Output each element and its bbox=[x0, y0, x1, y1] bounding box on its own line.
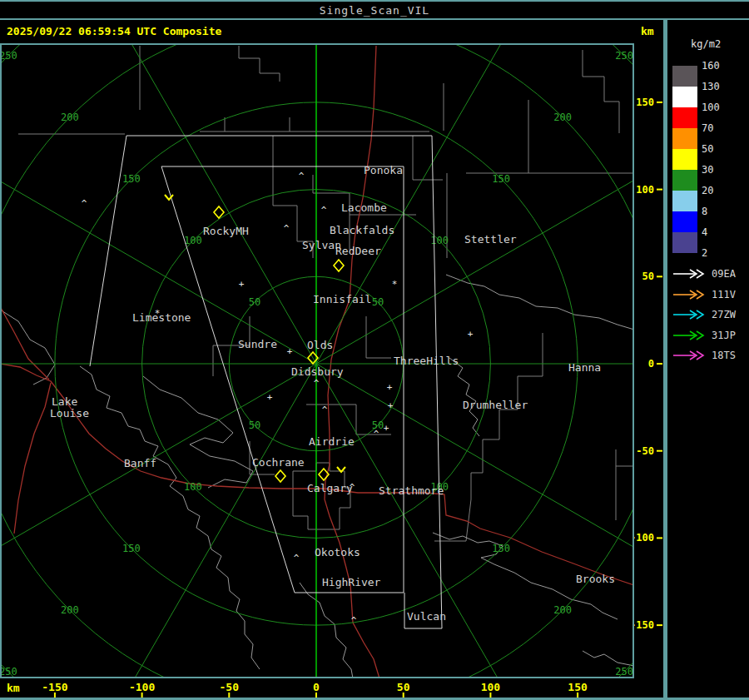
town-marker-icon: + bbox=[468, 329, 474, 340]
range-ring-label: 100 bbox=[184, 481, 202, 493]
legend-value-label: 2 bbox=[702, 247, 707, 259]
range-ring-label: 150 bbox=[492, 543, 510, 554]
range-ring-label: 100 bbox=[430, 235, 449, 246]
town-label: Strathmore bbox=[379, 484, 444, 497]
town-label: Cochrane bbox=[252, 456, 305, 469]
legend-swatch bbox=[672, 107, 697, 128]
right-axis: 150100500-50-100-150 bbox=[634, 43, 663, 678]
right-axis-tick-label: 50 bbox=[642, 271, 654, 282]
right-axis-tick-label: -50 bbox=[636, 445, 654, 457]
range-ring bbox=[2, 45, 632, 677]
legend-value-label: 8 bbox=[702, 206, 707, 217]
radar-id-label: 111V bbox=[712, 289, 736, 300]
right-axis-tick-label: 150 bbox=[636, 97, 654, 108]
radar-site-diamond-icon bbox=[214, 206, 224, 218]
radar-legend-row: 18TS bbox=[672, 350, 736, 361]
azimuth-line bbox=[2, 131, 316, 364]
radar-legend-row: 31JP bbox=[672, 330, 736, 341]
county-boundary bbox=[200, 117, 429, 132]
range-ring-label: 150 bbox=[122, 173, 141, 185]
terrain-line bbox=[446, 275, 632, 330]
town-label: Ponoka bbox=[364, 164, 403, 176]
radar-legend-row: 111V bbox=[672, 289, 736, 300]
bottom-axis-unit-label: km bbox=[7, 682, 20, 694]
radar-id-label: 18TS bbox=[712, 350, 736, 361]
town-label: Stettler bbox=[464, 233, 517, 246]
radar-arrow-icon bbox=[672, 330, 706, 340]
town-label: Olds bbox=[307, 339, 333, 351]
legend-swatch bbox=[672, 87, 697, 107]
radar-legend-row: 27ZW bbox=[672, 309, 736, 320]
bottom-axis-tick-label: -50 bbox=[220, 681, 240, 693]
town-label: Banff bbox=[124, 457, 156, 469]
legend-swatch bbox=[672, 128, 697, 149]
legend-value-label: 50 bbox=[702, 143, 713, 155]
town-label: RedDeer bbox=[335, 245, 381, 257]
town-marker-icon: ^ bbox=[294, 553, 300, 563]
timestamp-label: 2025/09/22 06:59:54 UTC Composite bbox=[7, 25, 221, 37]
county-boundary bbox=[616, 449, 632, 520]
terrain-line bbox=[449, 358, 479, 436]
legend-swatch bbox=[672, 191, 697, 211]
radar-window: Single_Scan_VIL 2025/09/22 06:59:54 UTC … bbox=[0, 0, 749, 700]
range-ring-label: 200 bbox=[553, 604, 572, 616]
right-axis-tick-label: 0 bbox=[648, 358, 654, 370]
bottom-axis-tick-label: 100 bbox=[481, 681, 501, 693]
range-ring-label: 200 bbox=[553, 112, 572, 123]
bottom-axis-tick-label: 0 bbox=[313, 681, 320, 693]
town-label: Okotoks bbox=[315, 546, 360, 559]
bottom-axis-tick-label: 50 bbox=[397, 681, 410, 693]
range-ring-label: 100 bbox=[184, 235, 202, 246]
bottom-axis-canvas: km-150-100-50050100150 bbox=[0, 678, 663, 698]
town-label: Brooks bbox=[576, 573, 615, 585]
radar-arrow-icon bbox=[672, 290, 706, 300]
town-marker-icon: ^ bbox=[299, 171, 305, 181]
town-label: Drumheller bbox=[463, 399, 528, 411]
town-label: Lacombe bbox=[341, 201, 387, 214]
window-title: Single_Scan_VIL bbox=[320, 4, 429, 17]
legend-value-label: 160 bbox=[702, 60, 720, 72]
legend-panel: kg/m2 16013010070503020842 09EA111V27ZW3… bbox=[667, 20, 749, 700]
legend-value-label: 70 bbox=[702, 122, 713, 134]
radar-map[interactable]: 5010015020025050100150200250501001502002… bbox=[0, 43, 634, 678]
legend-value-label: 100 bbox=[702, 102, 720, 113]
town-label: Louise bbox=[50, 407, 89, 420]
legend-swatch bbox=[672, 211, 697, 232]
range-ring-label: 50 bbox=[249, 296, 260, 308]
town-marker-icon: ^ bbox=[321, 205, 327, 216]
radar-arrow-icon bbox=[672, 350, 706, 360]
town-marker-icon: + bbox=[384, 423, 389, 434]
town-label: Calgary bbox=[307, 482, 353, 494]
right-axis-tick-label: 100 bbox=[636, 184, 654, 196]
right-axis-tick-label: -150 bbox=[634, 619, 654, 631]
legend-title: kg/m2 bbox=[691, 38, 721, 50]
range-ring bbox=[2, 45, 632, 677]
radar-arrow-icon bbox=[672, 310, 706, 320]
right-axis-unit-label: km bbox=[641, 25, 654, 37]
county-boundary bbox=[583, 50, 619, 133]
radar-id-label: 09EA bbox=[712, 268, 736, 280]
terrain-line bbox=[2, 310, 55, 385]
town-marker-icon: ^ bbox=[322, 405, 328, 415]
county-boundary bbox=[466, 100, 632, 173]
bottom-axis-tick-label: -100 bbox=[129, 681, 155, 693]
range-ring-label: 250 bbox=[2, 50, 17, 62]
range-ring-label: 250 bbox=[615, 666, 632, 677]
county-boundary bbox=[239, 46, 280, 82]
radar-map-canvas[interactable]: 5010015020025050100150200250501001502002… bbox=[2, 45, 632, 677]
range-ring-label: 200 bbox=[61, 604, 79, 616]
range-ring-label: 250 bbox=[2, 666, 17, 677]
town-marker-icon: ^ bbox=[351, 615, 357, 626]
town-label: Innisfail bbox=[313, 293, 371, 305]
highway-line bbox=[2, 306, 51, 534]
legend-value-label: 4 bbox=[702, 226, 707, 238]
legend-value-label: 30 bbox=[702, 164, 713, 176]
radar-legend-row: 09EA bbox=[672, 268, 736, 280]
bottom-axis-tick-label: -150 bbox=[42, 681, 67, 693]
town-label: ThreeHills bbox=[394, 355, 459, 367]
town-label: Limestone bbox=[132, 311, 191, 324]
title-bar: Single_Scan_VIL bbox=[0, 0, 749, 20]
right-axis-tick-label: -100 bbox=[634, 532, 654, 544]
town-label: Airdrie bbox=[309, 435, 355, 448]
town-label: Hanna bbox=[568, 361, 601, 374]
